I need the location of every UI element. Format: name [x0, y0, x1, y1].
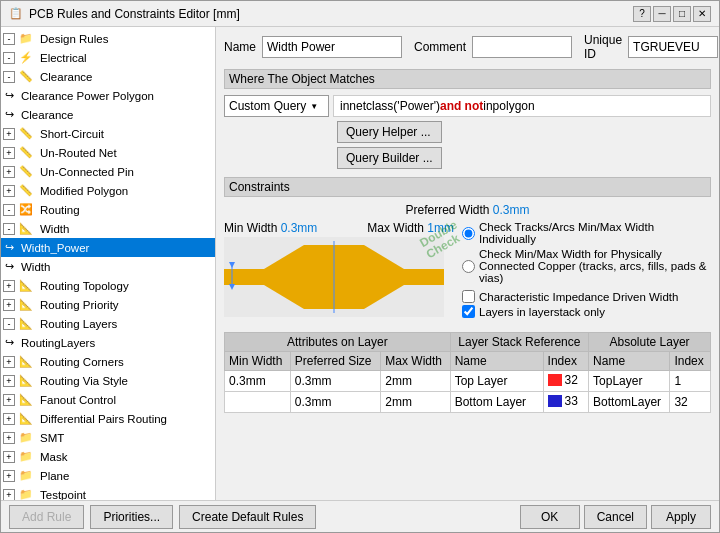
- bottom-left-buttons: Add Rule Priorities... Create Default Ru…: [9, 505, 316, 529]
- tree-item-fanout-control[interactable]: + 📐 Fanout Control: [1, 390, 215, 409]
- label-width: Width: [38, 222, 71, 236]
- expander-smt[interactable]: +: [3, 432, 15, 444]
- tree-item-routing-corners[interactable]: + 📐 Routing Corners: [1, 352, 215, 371]
- unique-id-input[interactable]: [628, 36, 718, 58]
- apply-button[interactable]: Apply: [651, 505, 711, 529]
- expander-tp[interactable]: +: [3, 489, 15, 501]
- tree-item-modified-polygon[interactable]: + 📏 Modified Polygon: [1, 181, 215, 200]
- tree-item-width[interactable]: - 📐 Width: [1, 219, 215, 238]
- radio-individual[interactable]: [462, 227, 475, 240]
- col-abs-index: Index: [670, 352, 711, 371]
- query-innetclass: innetclass('Power'): [340, 99, 440, 113]
- dropdown-arrow-icon: ▼: [310, 102, 318, 111]
- query-helper-button[interactable]: Query Helper ...: [337, 121, 442, 143]
- create-default-rules-button[interactable]: Create Default Rules: [179, 505, 316, 529]
- tree-item-routing-layers[interactable]: - 📐 Routing Layers: [1, 314, 215, 333]
- tree-item-width2[interactable]: ↪ Width: [1, 257, 215, 276]
- expander-plane[interactable]: +: [3, 470, 15, 482]
- tree-item-plane[interactable]: + 📁 Plane: [1, 466, 215, 485]
- checkbox-layerstack[interactable]: [462, 305, 475, 318]
- row2-abs-index: 32: [670, 392, 711, 413]
- help-button[interactable]: ?: [633, 6, 651, 22]
- table-row-1: 0.3mm 0.3mm 2mm Top Layer 32 TopLayer 1: [225, 371, 711, 392]
- rule-icon-rt: 📐: [17, 278, 35, 293]
- check-1-label: Characteristic Impedance Driven Width: [479, 291, 678, 303]
- app-icon: 📋: [9, 7, 23, 20]
- tree-item-clearance2[interactable]: ↪ Clearance: [1, 105, 215, 124]
- query-builder-button[interactable]: Query Builder ...: [337, 147, 442, 169]
- expander-rp[interactable]: +: [3, 299, 15, 311]
- expander-rt[interactable]: +: [3, 280, 15, 292]
- window-title: PCB Rules and Constraints Editor [mm]: [29, 7, 240, 21]
- label-tp: Testpoint: [38, 488, 88, 501]
- expander-routing[interactable]: -: [3, 204, 15, 216]
- comment-input[interactable]: [472, 36, 572, 58]
- col-stack-index: Index: [543, 352, 589, 371]
- expander-width[interactable]: -: [3, 223, 15, 235]
- tree-item-clearance[interactable]: - 📏 Clearance: [1, 67, 215, 86]
- label-rt: Routing Topology: [38, 279, 131, 293]
- expander-fc[interactable]: +: [3, 394, 15, 406]
- label-cpp: Clearance Power Polygon: [19, 89, 156, 103]
- col-abs-name: Name: [589, 352, 670, 371]
- tree-item-width-power[interactable]: ↪ Width_Power: [1, 238, 215, 257]
- tree-item-mask[interactable]: + 📁 Mask: [1, 447, 215, 466]
- tree-item-electrical[interactable]: - ⚡ Electrical: [1, 48, 215, 67]
- name-input[interactable]: [262, 36, 402, 58]
- tree-item-routing-priority[interactable]: + 📐 Routing Priority: [1, 295, 215, 314]
- tree-item-testpoint[interactable]: + 📁 Testpoint: [1, 485, 215, 500]
- checkbox-impedance[interactable]: [462, 290, 475, 303]
- tree-item-diff-pairs[interactable]: + 📐 Differential Pairs Routing: [1, 409, 215, 428]
- col-stack-name: Name: [450, 352, 543, 371]
- close-button[interactable]: ✕: [693, 6, 711, 22]
- rule-icon-c2: ↪: [3, 107, 16, 122]
- main-content: - 📁 Design Rules - ⚡ Electrical - 📏 Clea: [1, 27, 719, 500]
- maximize-button[interactable]: □: [673, 6, 691, 22]
- tree-item-routing-layers2[interactable]: ↪ RoutingLayers: [1, 333, 215, 352]
- tree-item-routing[interactable]: - 🔀 Routing: [1, 200, 215, 219]
- expander-mask[interactable]: +: [3, 451, 15, 463]
- label-w2: Width: [19, 260, 52, 274]
- query-inpolygon: inpolygon: [483, 99, 534, 113]
- folder-icon-width: 📐: [17, 221, 35, 236]
- expander-urn[interactable]: +: [3, 147, 15, 159]
- expander-rc[interactable]: +: [3, 356, 15, 368]
- radio-row-1: Check Tracks/Arcs Min/Max Width Individu…: [462, 221, 711, 245]
- expander-design-rules[interactable]: -: [3, 33, 15, 45]
- tree-item-short-circuit[interactable]: + 📏 Short-Circuit: [1, 124, 215, 143]
- tree-item-routing-topology[interactable]: + 📐 Routing Topology: [1, 276, 215, 295]
- expander-rvs[interactable]: +: [3, 375, 15, 387]
- svg-rect-3: [404, 269, 444, 285]
- stack-ref-header: Layer Stack Reference: [450, 333, 588, 352]
- add-rule-button[interactable]: Add Rule: [9, 505, 84, 529]
- row2-stack-index: 33: [543, 392, 589, 413]
- min-width-label-area: Min Width 0.3mm: [224, 221, 317, 235]
- cancel-button[interactable]: Cancel: [584, 505, 647, 529]
- folder-icon-design-rules: 📁: [17, 31, 35, 46]
- rule-icon-ucp: 📏: [17, 164, 35, 179]
- bottom-bar: Add Rule Priorities... Create Default Ru…: [1, 500, 719, 532]
- radio-connected[interactable]: [462, 260, 475, 273]
- expander-clearance[interactable]: -: [3, 71, 15, 83]
- tree-item-smt[interactable]: + 📁 SMT: [1, 428, 215, 447]
- tree-item-un-routed-net[interactable]: + 📏 Un-Routed Net: [1, 143, 215, 162]
- row1-pref-size: 0.3mm: [290, 371, 381, 392]
- expander-sc[interactable]: +: [3, 128, 15, 140]
- expander-dp[interactable]: +: [3, 413, 15, 425]
- tree-item-design-rules[interactable]: - 📁 Design Rules: [1, 29, 215, 48]
- tree-item-un-connected-pin[interactable]: + 📏 Un-Connected Pin: [1, 162, 215, 181]
- ok-button[interactable]: OK: [520, 505, 580, 529]
- tree-item-routing-via-style[interactable]: + 📐 Routing Via Style: [1, 371, 215, 390]
- title-bar-controls: ? ─ □ ✕: [633, 6, 711, 22]
- expander-rl[interactable]: -: [3, 318, 15, 330]
- minimize-button[interactable]: ─: [653, 6, 671, 22]
- query-type-dropdown[interactable]: Custom Query ▼: [224, 95, 329, 117]
- constraints-options: Check Tracks/Arcs Min/Max Width Individu…: [462, 221, 711, 320]
- right-panel: Double Check Name Comment Unique ID Test…: [216, 27, 719, 500]
- expander-mp[interactable]: +: [3, 185, 15, 197]
- tree-item-clearance-power-polygon[interactable]: ↪ Clearance Power Polygon: [1, 86, 215, 105]
- expander-ucp[interactable]: +: [3, 166, 15, 178]
- expander-electrical[interactable]: -: [3, 52, 15, 64]
- row1-abs-index: 1: [670, 371, 711, 392]
- priorities-button[interactable]: Priorities...: [90, 505, 173, 529]
